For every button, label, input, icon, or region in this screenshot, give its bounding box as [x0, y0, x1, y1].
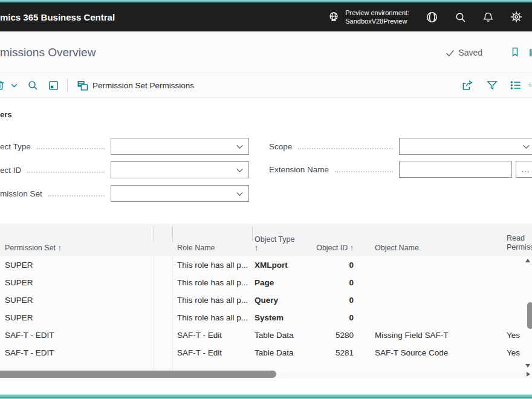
dotted-leader — [298, 148, 393, 149]
permission-set-filter-combobox[interactable] — [111, 185, 249, 202]
part-caption: Permission Set Permissions — [92, 81, 194, 90]
column-header-read-permission[interactable]: Read Permission — [507, 234, 532, 252]
delete-dropdown[interactable] — [11, 73, 18, 97]
permission-set-permissions-part: Permission Set Permissions — [77, 73, 194, 97]
filter-icon — [486, 79, 498, 91]
horizontal-scrollbar-thumb[interactable] — [0, 371, 276, 378]
cell-object-id[interactable]: 0 — [290, 309, 354, 326]
extension-name-input[interactable] — [399, 161, 512, 178]
notifications-button[interactable] — [482, 11, 494, 23]
clipped-icon[interactable] — [529, 47, 532, 58]
scope-filter-field: Scope — [269, 138, 532, 155]
cell-object-id[interactable]: 0 — [290, 274, 354, 291]
dotted-leader — [27, 172, 105, 173]
saved-check-icon — [446, 48, 455, 57]
extension-name-filter-field: Extension Name — [269, 161, 512, 178]
scope-filter-combobox[interactable] — [399, 138, 532, 155]
cell-role-name[interactable]: SAF-T - Edit — [177, 326, 253, 344]
chevron-down-icon — [11, 82, 18, 89]
cell-role-name[interactable]: This role has all p... — [177, 291, 253, 309]
notifications-bell-icon — [482, 11, 494, 23]
page-title-bar: missions Overview Saved — [0, 31, 532, 73]
cell-object-name[interactable] — [375, 274, 505, 291]
permissions-grid: Permission Set ↑ Role Name Object Type ↑… — [0, 224, 532, 378]
table-row[interactable]: SAF-T - EDIT SAF-T - Edit Table Data 528… — [0, 344, 532, 362]
cell-permission-set[interactable]: SAF-T - EDIT — [5, 326, 150, 344]
cell-permission-set[interactable]: SUPER — [5, 309, 150, 326]
sort-ascending-icon: ↑ — [58, 244, 62, 252]
object-id-filter-combobox[interactable] — [111, 161, 249, 178]
column-header-object-name[interactable]: Object Name — [375, 244, 419, 252]
table-row-clipped[interactable] — [0, 362, 532, 370]
bookmark-button[interactable] — [510, 47, 521, 57]
list-view-button[interactable] — [510, 73, 522, 97]
cell-permission-set[interactable]: SAF-T - EDIT — [5, 344, 150, 362]
action-bar: Permission Set Permissions — [0, 73, 532, 98]
grid-header: Permission Set ↑ Role Name Object Type ↑… — [0, 224, 532, 257]
frozen-column-divider — [154, 256, 154, 370]
save-status: Saved — [446, 48, 482, 57]
object-id-filter-field: ect ID — [0, 161, 249, 178]
cell-object-id[interactable]: 0 — [290, 291, 354, 309]
object-type-filter-combobox[interactable] — [111, 138, 249, 155]
scroll-down-arrow[interactable] — [525, 364, 530, 368]
column-header-permission-set[interactable]: Permission Set ↑ — [5, 244, 62, 252]
scroll-up-arrow[interactable] — [525, 259, 530, 262]
column-header-role-name[interactable]: Role Name — [177, 244, 215, 252]
bookmark-icon — [510, 47, 521, 57]
search-list-button[interactable] — [27, 73, 38, 97]
horizontal-scrollbar[interactable] — [0, 370, 532, 378]
column-header-object-id[interactable]: Object ID ↑ — [290, 244, 354, 252]
extension-name-assist-button[interactable]: … — [516, 161, 532, 178]
table-row[interactable]: SAF-T - EDIT SAF-T - Edit Table Data 528… — [0, 326, 532, 345]
table-row[interactable]: SUPER This role has all p... Page 0 — [0, 274, 532, 292]
column-divider — [172, 226, 173, 241]
cell-object-id[interactable]: 0 — [290, 256, 354, 274]
cell-object-name[interactable]: SAF-T Source Code — [375, 344, 505, 362]
cell-permission-set[interactable] — [5, 362, 150, 370]
global-search-button[interactable] — [455, 11, 466, 23]
object-type-filter-label: ect Type — [0, 142, 31, 151]
business-central-window: mics 365 Business Central Preview enviro… — [0, 0, 532, 399]
cell-object-name[interactable] — [375, 362, 505, 370]
cell-object-name[interactable] — [375, 291, 505, 309]
settings-gear-icon — [510, 11, 522, 23]
delete-button[interactable] — [0, 73, 9, 97]
vertical-scrollbar-thumb[interactable] — [527, 302, 532, 329]
save-status-label: Saved — [458, 48, 482, 57]
cell-role-name[interactable] — [177, 362, 253, 370]
cell-object-id[interactable]: 5281 — [290, 344, 354, 362]
copilot-button[interactable] — [426, 11, 438, 24]
cell-role-name[interactable]: This role has all p... — [177, 309, 253, 326]
frozen-column-divider — [172, 256, 173, 370]
cell-object-name[interactable] — [375, 309, 505, 326]
cell-object-name[interactable]: Missing Field SAF-T — [375, 326, 505, 344]
share-button[interactable] — [461, 73, 473, 97]
table-row[interactable]: SUPER This role has all p... System 0 — [0, 309, 532, 327]
dotted-leader — [48, 195, 105, 196]
settings-button[interactable] — [510, 11, 522, 23]
cell-object-id[interactable]: 5280 — [290, 326, 354, 344]
filters-heading: ers — [0, 110, 12, 119]
cell-role-name[interactable]: SAF-T - Edit — [177, 344, 253, 362]
sort-ascending-icon: ↑ — [350, 244, 354, 252]
clipped-toolbar-icon[interactable] — [528, 73, 532, 97]
table-row[interactable]: SUPER This role has all p... Query 0 — [0, 291, 532, 310]
scroll-right-arrow[interactable] — [527, 372, 530, 377]
filter-button[interactable] — [486, 73, 498, 97]
environment-indicator[interactable]: Preview environment: SandboxV28Preview — [328, 8, 409, 25]
copilot-icon — [426, 11, 438, 24]
list-view-icon — [510, 79, 522, 91]
analyze-button[interactable] — [48, 73, 59, 97]
app-header: mics 365 Business Central Preview enviro… — [0, 2, 532, 31]
cell-object-name[interactable] — [375, 256, 505, 274]
cell-role-name[interactable]: This role has all p... — [177, 274, 253, 291]
app-title[interactable]: mics 365 Business Central — [0, 12, 115, 22]
cell-object-id[interactable] — [290, 362, 354, 370]
cell-permission-set[interactable]: SUPER — [5, 274, 150, 291]
cell-permission-set[interactable]: SUPER — [5, 291, 150, 309]
table-row[interactable]: SUPER This role has all p... XMLport 0 — [0, 256, 532, 274]
cell-permission-set[interactable]: SUPER — [5, 256, 150, 274]
cell-role-name[interactable]: This role has all p... — [177, 256, 253, 274]
vertical-scrollbar[interactable] — [524, 256, 532, 370]
